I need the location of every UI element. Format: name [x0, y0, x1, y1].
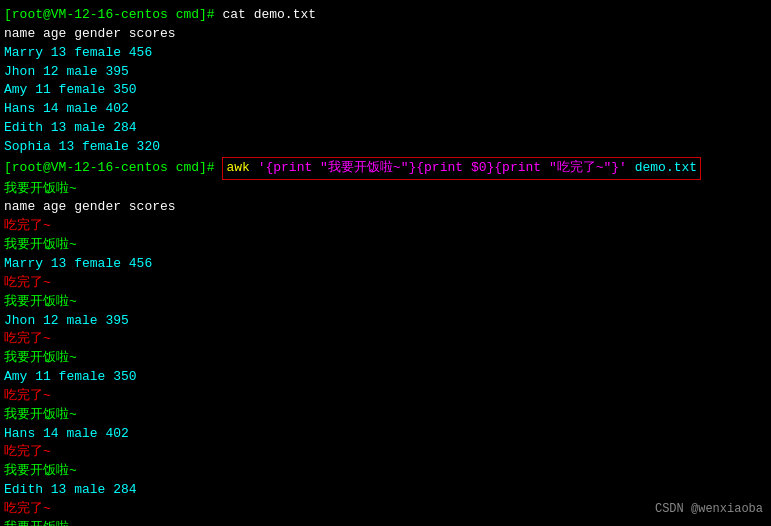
- awk-command-line: [root@VM-12-16-centos cmd]# awk '{print …: [4, 157, 767, 180]
- line-7: Edith 13 male 284: [4, 119, 767, 138]
- cmd-1: cat demo.txt: [222, 7, 316, 22]
- terminal: [root@VM-12-16-centos cmd]# cat demo.txt…: [0, 0, 771, 526]
- line-1: [root@VM-12-16-centos cmd]# cat demo.txt: [4, 6, 767, 25]
- eat-done-2: 吃完了~: [4, 274, 767, 293]
- awk-header-text: name age gender scores: [4, 199, 176, 214]
- eat-done-text-3: 吃完了~: [4, 331, 51, 346]
- output-header: name age gender scores: [4, 26, 176, 41]
- eat-start-4: 我要开饭啦~: [4, 349, 767, 368]
- eat-text-3: 我要开饭啦~: [4, 294, 77, 309]
- eat-start-3: 我要开饭啦~: [4, 293, 767, 312]
- eat-start-5: 我要开饭啦~: [4, 406, 767, 425]
- eat-start-1: 我要开饭啦~: [4, 180, 767, 199]
- eat-done-3: 吃完了~: [4, 330, 767, 349]
- data-hans: Hans 14 male 402: [4, 101, 129, 116]
- awk-amy-text: Amy 11 female 350: [4, 369, 137, 384]
- awk-jhon: Jhon 12 male 395: [4, 312, 767, 331]
- awk-edith: Edith 13 male 284: [4, 481, 767, 500]
- watermark: CSDN @wenxiaoba: [655, 501, 763, 518]
- eat-done-1: 吃完了~: [4, 217, 767, 236]
- data-marry: Marry 13 female 456: [4, 45, 152, 60]
- eat-done-5: 吃完了~: [4, 443, 767, 462]
- line-3: Marry 13 female 456: [4, 44, 767, 63]
- awk-edith-text: Edith 13 male 284: [4, 482, 137, 497]
- eat-text-1: 我要开饭啦~: [4, 181, 77, 196]
- line-4: Jhon 12 male 395: [4, 63, 767, 82]
- eat-done-text-4: 吃完了~: [4, 388, 51, 403]
- awk-script: '{print "我要开饭啦~"}{print $0}{print "吃完了~"…: [258, 159, 627, 178]
- line-8: Sophia 13 female 320: [4, 138, 767, 157]
- awk-amy: Amy 11 female 350: [4, 368, 767, 387]
- awk-jhon-text: Jhon 12 male 395: [4, 313, 129, 328]
- awk-file: demo.txt: [627, 159, 697, 178]
- eat-done-text-5: 吃完了~: [4, 444, 51, 459]
- data-sophia: Sophia 13 female 320: [4, 139, 160, 154]
- data-amy: Amy 11 female 350: [4, 82, 137, 97]
- eat-text-4: 我要开饭啦~: [4, 350, 77, 365]
- line-6: Hans 14 male 402: [4, 100, 767, 119]
- awk-prompt: [root@VM-12-16-centos cmd]#: [4, 159, 222, 178]
- awk-highlight-box: awk '{print "我要开饭啦~"}{print $0}{print "吃…: [222, 157, 701, 180]
- awk-marry-text: Marry 13 female 456: [4, 256, 152, 271]
- awk-keyword: awk: [226, 159, 249, 178]
- eat-start-6: 我要开饭啦~: [4, 462, 767, 481]
- awk-hans: Hans 14 male 402: [4, 425, 767, 444]
- line-5: Amy 11 female 350: [4, 81, 767, 100]
- eat-start-7: 我要开饭啦~: [4, 519, 767, 526]
- eat-done-text-2: 吃完了~: [4, 275, 51, 290]
- line-2: name age gender scores: [4, 25, 767, 44]
- awk-space: [250, 159, 258, 178]
- data-jhon: Jhon 12 male 395: [4, 64, 129, 79]
- eat-text-2: 我要开饭啦~: [4, 237, 77, 252]
- prompt-1: [root@VM-12-16-centos cmd]#: [4, 7, 222, 22]
- eat-text-6: 我要开饭啦~: [4, 463, 77, 478]
- eat-text-7: 我要开饭啦~: [4, 520, 77, 526]
- eat-done-6: 吃完了~: [4, 500, 767, 519]
- eat-done-text-1: 吃完了~: [4, 218, 51, 233]
- data-edith: Edith 13 male 284: [4, 120, 137, 135]
- awk-header: name age gender scores: [4, 198, 767, 217]
- awk-marry: Marry 13 female 456: [4, 255, 767, 274]
- eat-text-5: 我要开饭啦~: [4, 407, 77, 422]
- eat-done-text-6: 吃完了~: [4, 501, 51, 516]
- awk-hans-text: Hans 14 male 402: [4, 426, 129, 441]
- eat-start-2: 我要开饭啦~: [4, 236, 767, 255]
- eat-done-4: 吃完了~: [4, 387, 767, 406]
